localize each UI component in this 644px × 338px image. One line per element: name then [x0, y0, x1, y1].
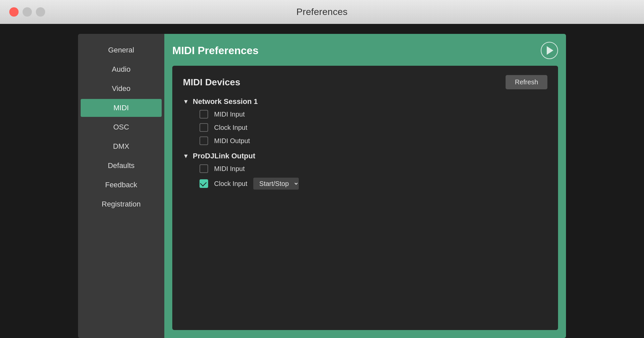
- maximize-button[interactable]: [36, 7, 45, 17]
- pdl-clock-input-label: Clock Input: [214, 180, 247, 188]
- list-item: Clock Input Start/Stop BPM Beat: [200, 178, 547, 190]
- collapse-arrow-ns1[interactable]: ▼: [183, 98, 189, 105]
- list-item: MIDI Input: [200, 164, 547, 173]
- sidebar-item-osc[interactable]: OSC: [81, 118, 162, 136]
- play-icon: [547, 46, 553, 55]
- section-prodjlink: ▼ ProDJLink Output MIDI Input Clock Inpu…: [183, 152, 547, 190]
- sidebar-item-audio[interactable]: Audio: [81, 60, 162, 78]
- panel-header: MIDI Preferences: [172, 42, 558, 59]
- devices-header: MIDI Devices Refresh: [183, 75, 547, 89]
- section-items-ns1: MIDI Input Clock Input MIDI Output: [183, 110, 547, 145]
- sidebar-item-midi[interactable]: MIDI: [81, 99, 162, 117]
- pdl-clock-input-checkbox[interactable]: [200, 179, 208, 188]
- close-button[interactable]: [9, 7, 19, 17]
- main-content: General Audio Video MIDI OSC DMX Default…: [78, 34, 566, 338]
- sidebar-item-registration[interactable]: Registration: [81, 195, 162, 213]
- pdl-midi-input-checkbox[interactable]: [200, 164, 208, 173]
- panel-title: MIDI Preferences: [172, 44, 259, 57]
- collapse-arrow-pdl[interactable]: ▼: [183, 153, 189, 160]
- ns1-midi-output-label: MIDI Output: [214, 137, 250, 145]
- section-header-ns1: ▼ Network Session 1: [183, 97, 547, 106]
- minimize-button[interactable]: [23, 7, 32, 17]
- list-item: MIDI Input: [200, 110, 547, 119]
- sidebar-item-feedback[interactable]: Feedback: [81, 176, 162, 194]
- section-name-ns1: Network Session 1: [193, 97, 258, 106]
- sidebar-item-defaults[interactable]: Defaults: [81, 157, 162, 175]
- section-items-pdl: MIDI Input Clock Input Start/Stop BPM Be…: [183, 164, 547, 190]
- play-button[interactable]: [541, 42, 558, 59]
- section-network-session-1: ▼ Network Session 1 MIDI Input Clock Inp…: [183, 97, 547, 145]
- ns1-clock-input-checkbox[interactable]: [200, 123, 208, 132]
- pdl-midi-input-label: MIDI Input: [214, 165, 245, 173]
- window-title: Preferences: [296, 7, 348, 17]
- section-header-pdl: ▼ ProDJLink Output: [183, 152, 547, 160]
- sidebar-item-general[interactable]: General: [81, 41, 162, 59]
- window-controls: [9, 7, 45, 17]
- ns1-midi-input-checkbox[interactable]: [200, 110, 208, 119]
- ns1-midi-output-checkbox[interactable]: [200, 136, 208, 145]
- pdl-clock-input-dropdown[interactable]: Start/Stop BPM Beat: [253, 178, 299, 190]
- ns1-midi-input-label: MIDI Input: [214, 111, 245, 118]
- right-panel: MIDI Preferences MIDI Devices Refresh ▼ …: [164, 34, 566, 338]
- devices-title: MIDI Devices: [183, 77, 240, 88]
- ns1-clock-input-label: Clock Input: [214, 124, 247, 131]
- titlebar: Preferences: [0, 0, 644, 24]
- list-item: MIDI Output: [200, 136, 547, 145]
- sidebar: General Audio Video MIDI OSC DMX Default…: [78, 34, 164, 338]
- sidebar-item-video[interactable]: Video: [81, 80, 162, 98]
- sidebar-item-dmx[interactable]: DMX: [81, 137, 162, 155]
- section-name-pdl: ProDJLink Output: [193, 152, 255, 160]
- list-item: Clock Input: [200, 123, 547, 132]
- refresh-button[interactable]: Refresh: [506, 75, 547, 89]
- devices-box: MIDI Devices Refresh ▼ Network Session 1…: [172, 66, 558, 330]
